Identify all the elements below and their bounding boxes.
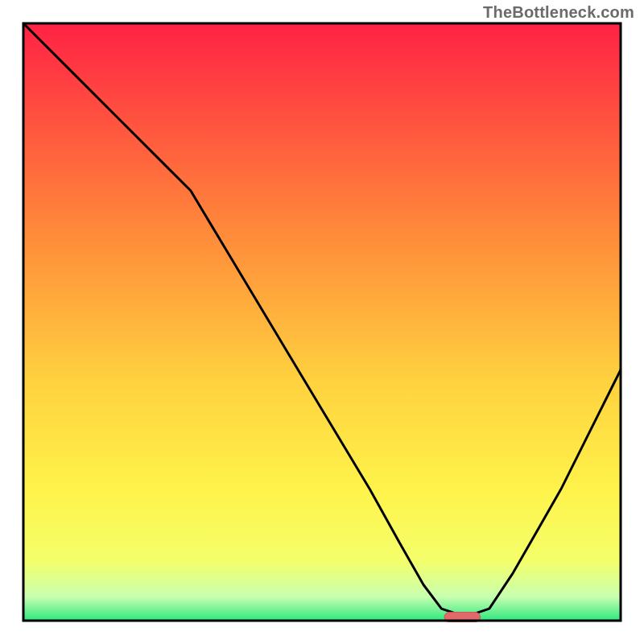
bottleneck-chart [0, 0, 644, 644]
watermark-text: TheBottleneck.com [483, 3, 634, 22]
chart-container: TheBottleneck.com [0, 0, 644, 644]
